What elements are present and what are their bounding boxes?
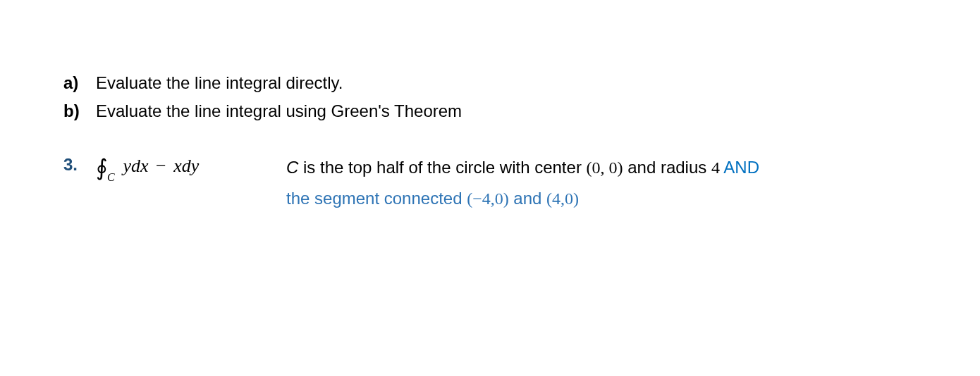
radius-value: 4 bbox=[711, 158, 720, 177]
item-a-text: Evaluate the line integral directly. bbox=[96, 70, 917, 96]
point2: (4,0) bbox=[546, 189, 579, 208]
minus-sign: − bbox=[156, 156, 166, 176]
center-point: (0, 0) bbox=[587, 158, 623, 177]
description-line2: the segment connected (−4,0) and (4,0) bbox=[286, 183, 917, 214]
integral-subscript: C bbox=[107, 172, 115, 183]
integral-term2: xdy bbox=[173, 156, 199, 176]
item-b-marker: b) bbox=[63, 99, 96, 124]
item-a: a) Evaluate the line integral directly. bbox=[63, 70, 917, 96]
line2-mid: and bbox=[509, 189, 546, 208]
item-a-marker: a) bbox=[63, 70, 96, 96]
point1: (−4,0) bbox=[467, 189, 509, 208]
oint-glyph: ∮ bbox=[96, 155, 108, 180]
integral-column: ∮ C ydx − xdy bbox=[96, 152, 286, 214]
line1-part2: and radius bbox=[623, 158, 711, 177]
description-column: C is the top half of the circle with cen… bbox=[286, 152, 917, 214]
contour-integral-symbol: ∮ C bbox=[96, 156, 108, 179]
integral-term1: ydx bbox=[123, 156, 149, 176]
problem-3: 3. ∮ C ydx − xdy C is the top half of th… bbox=[63, 152, 917, 214]
item-b: b) Evaluate the line integral using Gree… bbox=[63, 99, 917, 124]
description-line1: C is the top half of the circle with cen… bbox=[286, 152, 917, 183]
c-variable: C bbox=[286, 158, 298, 177]
item-b-text: Evaluate the line integral using Green's… bbox=[96, 99, 917, 124]
line2-pre: the segment connected bbox=[286, 189, 467, 208]
integral-expression: ∮ C ydx − xdy bbox=[96, 152, 199, 180]
and-text: AND bbox=[720, 158, 759, 177]
line1-part1: is the top half of the circle with cente… bbox=[298, 158, 586, 177]
problem-number: 3. bbox=[63, 152, 96, 214]
